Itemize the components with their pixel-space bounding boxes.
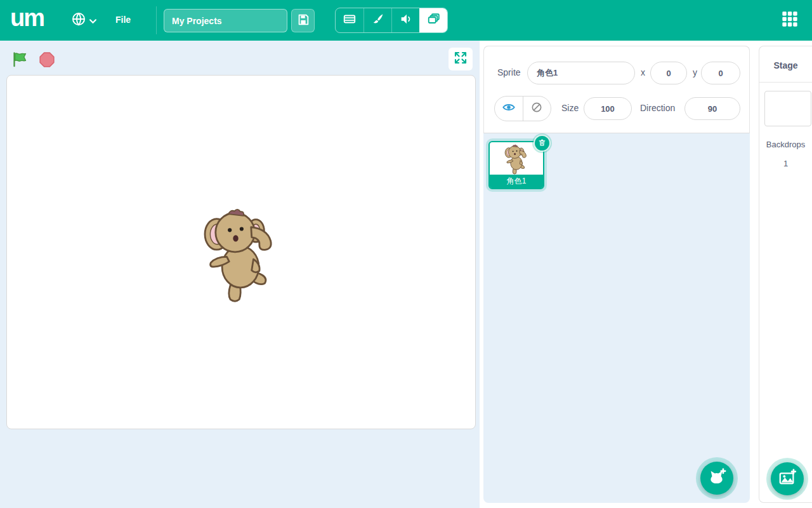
visibility-toggle — [494, 96, 551, 121]
add-backdrop-icon — [778, 468, 797, 490]
fullscreen-icon — [453, 50, 468, 68]
show-sprite-button[interactable] — [495, 97, 523, 121]
sprite-name-input[interactable] — [527, 62, 635, 84]
direction-input[interactable] — [684, 97, 740, 120]
apps-grid-icon — [781, 10, 799, 30]
fullscreen-button[interactable] — [449, 48, 473, 70]
language-button[interactable] — [71, 11, 104, 29]
stop-button[interactable] — [39, 51, 55, 68]
apps-menu-button[interactable] — [780, 11, 799, 30]
sprite-card[interactable]: 角色1 — [488, 141, 544, 189]
stage-icon — [343, 12, 357, 29]
green-flag-button[interactable] — [11, 51, 29, 68]
paint-button[interactable] — [363, 8, 391, 32]
backdrops-count: 1 — [759, 159, 812, 168]
save-icon — [296, 13, 310, 29]
file-menu[interactable]: File — [115, 15, 131, 25]
stage-selector-pane[interactable]: Stage Backdrops 1 — [759, 46, 812, 503]
stage-pane-title: Stage — [759, 60, 812, 70]
delete-sprite-button[interactable] — [534, 135, 551, 152]
x-label: x — [641, 67, 645, 77]
layers-icon — [427, 12, 441, 29]
direction-label: Direction — [640, 103, 675, 113]
add-backdrop-button[interactable] — [771, 462, 804, 495]
app-logo[interactable]: um — [10, 5, 44, 32]
add-sprite-button[interactable] — [700, 462, 733, 495]
trash-icon — [538, 138, 546, 149]
globe-icon — [71, 11, 86, 29]
brush-icon — [371, 12, 385, 29]
eye-icon — [502, 100, 516, 117]
sprite-info-card: Sprite x y Size Direction — [483, 46, 750, 133]
backdrops-label: Backdrops — [759, 140, 812, 149]
hide-sprite-button[interactable] — [523, 97, 551, 121]
y-position-input[interactable] — [701, 62, 740, 84]
backdrop-thumbnail[interactable] — [764, 91, 811, 126]
stage-canvas — [6, 75, 476, 429]
save-button[interactable] — [291, 9, 315, 32]
editor-toolbar — [335, 8, 448, 33]
x-position-input[interactable] — [650, 62, 687, 84]
stage-pane-divider — [759, 82, 812, 83]
topbar-divider — [156, 6, 157, 34]
size-input[interactable] — [584, 97, 632, 120]
stop-icon — [39, 59, 55, 70]
add-sprite-cat-icon — [707, 467, 726, 489]
stages-layers-button[interactable] — [419, 8, 447, 32]
sprite-label: Sprite — [497, 67, 521, 77]
sprite-card-name: 角色1 — [490, 175, 543, 188]
topbar: um File — [0, 0, 812, 41]
green-flag-icon — [11, 59, 29, 70]
y-label: y — [693, 67, 697, 77]
stage-view-button[interactable] — [336, 8, 363, 32]
sound-button[interactable] — [391, 8, 419, 32]
stage-section — [0, 41, 480, 508]
sprite-thumbnail — [501, 143, 532, 176]
caret-down-icon — [89, 15, 96, 26]
speaker-icon — [399, 12, 413, 29]
sprite-panel: Sprite x y Size Direction 角色1 — [483, 46, 750, 503]
elephant-sprite[interactable] — [196, 201, 285, 309]
eye-slash-icon — [530, 101, 543, 116]
project-name-input[interactable] — [164, 9, 287, 32]
size-label: Size — [561, 103, 579, 113]
